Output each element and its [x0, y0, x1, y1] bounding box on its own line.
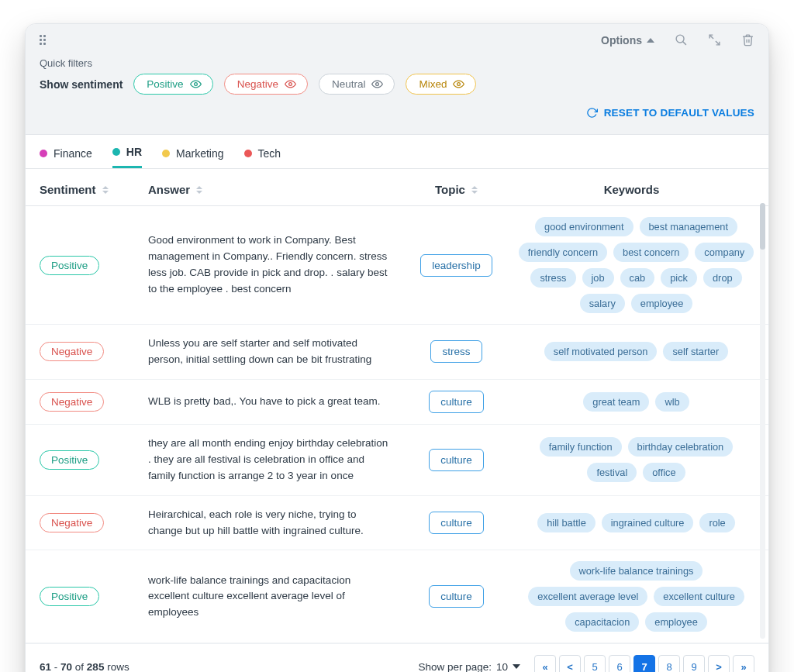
svg-point-0 — [676, 35, 684, 43]
tab-finance[interactable]: Finance — [40, 146, 92, 168]
keyword-chip[interactable]: excellent average level — [528, 587, 647, 606]
filter-chip-positive[interactable]: Positive — [133, 74, 212, 95]
keyword-chip[interactable]: good environment — [535, 217, 633, 236]
sentiment-pill: Negative — [40, 342, 104, 361]
chip-label: Mixed — [419, 78, 447, 90]
filter-row: Show sentiment Positive Negative Neutral… — [40, 74, 754, 95]
svg-line-3 — [716, 41, 720, 45]
trash-icon[interactable] — [741, 33, 754, 47]
keyword-chip[interactable]: role — [699, 513, 734, 532]
scrollbar[interactable] — [760, 203, 765, 639]
chevron-up-icon — [647, 38, 654, 43]
keyword-chip[interactable]: self motivated person — [544, 342, 658, 361]
page-number[interactable]: 5 — [584, 655, 606, 672]
cell-sentiment: Negative — [40, 392, 148, 412]
filter-chip-neutral[interactable]: Neutral — [319, 74, 395, 95]
cell-keywords: self motivated personself starter — [509, 342, 754, 361]
cell-keywords: work-life balance trainingsexcellent ave… — [509, 561, 754, 632]
keyword-chip[interactable]: work-life balance trainings — [570, 561, 703, 581]
reset-button[interactable]: RESET TO DEFAULT VALUES — [586, 107, 754, 119]
cell-sentiment: Positive — [40, 587, 148, 606]
cell-answer: Heirarchical, each role is very niche, t… — [148, 507, 404, 539]
keyword-chip[interactable]: festival — [587, 463, 637, 482]
topic-tag[interactable]: leadership — [420, 254, 492, 277]
page-nav[interactable]: » — [733, 655, 754, 672]
header-area: Options Quick filters Show sentiment Pos… — [26, 24, 768, 135]
table-row: NegativeWLB is pretty bad,. You have to … — [26, 380, 768, 425]
table-body: PositiveGood environment to work in Comp… — [26, 206, 768, 643]
cell-keywords: good environmentbest managementfriendly … — [509, 217, 754, 313]
tab-tech[interactable]: Tech — [244, 146, 281, 168]
sentiment-pill: Positive — [40, 450, 99, 470]
keyword-chip[interactable]: best concern — [613, 243, 689, 262]
keyword-chip[interactable]: salary — [580, 294, 625, 313]
topic-tag[interactable]: culture — [429, 449, 484, 471]
keyword-chip[interactable]: excellent culture — [654, 587, 744, 606]
keyword-chip[interactable]: job — [582, 268, 614, 288]
per-page-select[interactable]: Show per page: 10 — [418, 661, 520, 672]
col-answer[interactable]: Answer — [148, 183, 404, 196]
tab-marketing[interactable]: Marketing — [162, 146, 223, 168]
page-nav[interactable]: > — [708, 655, 730, 672]
options-button[interactable]: Options — [601, 34, 654, 47]
keyword-chip[interactable]: birthday celebration — [628, 437, 734, 457]
table: Sentiment Answer Topic Keywords Positive… — [26, 169, 768, 643]
collapse-icon[interactable] — [708, 33, 721, 47]
keyword-chip[interactable]: ingrained culture — [602, 513, 694, 532]
filter-chip-mixed[interactable]: Mixed — [406, 74, 476, 95]
keyword-chip[interactable]: employee — [645, 612, 707, 632]
keyword-chip[interactable]: friendly concern — [519, 243, 607, 262]
cell-sentiment: Positive — [40, 450, 148, 470]
page-number[interactable]: 9 — [683, 655, 705, 672]
options-label: Options — [601, 34, 642, 47]
keyword-chip[interactable]: great team — [583, 392, 649, 412]
filter-chip-negative[interactable]: Negative — [224, 74, 308, 95]
topic-tag[interactable]: culture — [429, 391, 484, 413]
keyword-chip[interactable]: drop — [703, 268, 742, 288]
tab-dot-icon — [162, 150, 170, 157]
keyword-chip[interactable]: cab — [620, 268, 655, 288]
topic-tag[interactable]: stress — [430, 340, 482, 363]
analytics-card: Options Quick filters Show sentiment Pos… — [25, 23, 769, 672]
keyword-chip[interactable]: hill battle — [537, 513, 596, 532]
col-sentiment[interactable]: Sentiment — [40, 183, 148, 196]
svg-line-1 — [683, 42, 686, 45]
svg-point-6 — [376, 83, 379, 86]
topic-tag[interactable]: culture — [429, 585, 484, 608]
drag-handle-icon[interactable] — [40, 35, 50, 46]
keyword-chip[interactable]: family function — [540, 437, 622, 457]
eye-icon — [371, 78, 383, 90]
page-nav[interactable]: « — [534, 655, 556, 672]
keyword-chip[interactable]: capacitacion — [565, 612, 639, 632]
keyword-chip[interactable]: office — [643, 463, 685, 482]
chip-label: Neutral — [332, 78, 366, 90]
keyword-chip[interactable]: company — [695, 243, 754, 262]
search-icon[interactable] — [675, 33, 688, 47]
keyword-chip[interactable]: pick — [661, 268, 697, 288]
cell-topic: culture — [404, 512, 509, 534]
topic-tag[interactable]: culture — [429, 512, 484, 534]
page-number[interactable]: 8 — [658, 655, 680, 672]
keyword-chip[interactable]: self starter — [663, 342, 728, 361]
tab-label: Finance — [54, 147, 92, 160]
sort-icon — [102, 186, 109, 194]
tab-hr[interactable]: HR — [112, 146, 142, 168]
tab-dot-icon — [244, 150, 252, 157]
cell-keywords: hill battleingrained culturerole — [509, 513, 754, 532]
chip-label: Negative — [237, 78, 278, 90]
page-number[interactable]: 6 — [609, 655, 630, 672]
col-topic[interactable]: Topic — [404, 183, 509, 196]
table-footer: 61 - 70 of 285 rows Show per page: 10 «<… — [26, 643, 768, 672]
page-number[interactable]: 7 — [633, 655, 655, 672]
eye-icon — [453, 78, 464, 90]
keyword-chip[interactable]: stress — [530, 268, 575, 288]
keyword-chip[interactable]: best management — [640, 217, 737, 236]
scrollbar-thumb[interactable] — [760, 203, 765, 250]
cell-sentiment: Negative — [40, 342, 148, 361]
keyword-chip[interactable]: wlb — [655, 392, 689, 412]
keyword-chip[interactable]: employee — [631, 294, 693, 313]
eye-icon — [285, 78, 296, 90]
sentiment-pill: Positive — [40, 256, 99, 275]
table-header: Sentiment Answer Topic Keywords — [26, 169, 768, 206]
page-nav[interactable]: < — [559, 655, 581, 672]
